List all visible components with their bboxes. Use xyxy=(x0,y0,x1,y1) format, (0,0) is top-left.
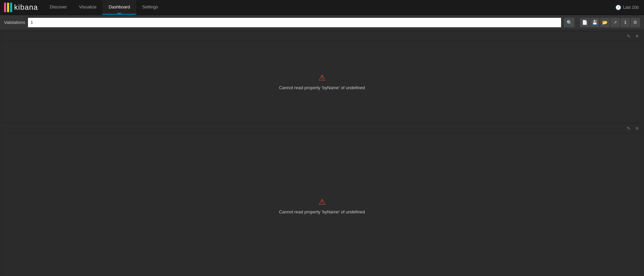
top-nav: kibana Discover Visualize Dashboard Sett… xyxy=(0,0,644,15)
search-bar: Validations 🔍 📄 💾 📂 ↗ ℹ ⚙ xyxy=(0,15,644,30)
panel-1-content: ⚠ Cannot read property 'byName' of undef… xyxy=(2,41,642,122)
nav-settings[interactable]: Settings xyxy=(136,0,164,15)
nav-links: Discover Visualize Dashboard Settings xyxy=(44,0,164,15)
panel-2-toolbar: ✎ ✕ xyxy=(2,124,642,133)
time-label[interactable]: Last 10d xyxy=(623,5,639,10)
panel-1-edit-button[interactable]: ✎ xyxy=(625,33,632,39)
save-dashboard-button[interactable]: 💾 xyxy=(590,18,600,27)
gear-icon: ⚙ xyxy=(633,20,637,25)
search-icon: 🔍 xyxy=(566,20,572,25)
new-icon: 📄 xyxy=(582,20,587,25)
share-dashboard-button[interactable]: ↗ xyxy=(610,18,620,27)
panel-1-error-text: Cannot read property 'byName' of undefin… xyxy=(279,85,365,90)
panel-2-error-icon: ⚠ xyxy=(318,197,326,207)
panel-2-content: ⚠ Cannot read property 'byName' of undef… xyxy=(2,133,642,276)
search-button[interactable]: 🔍 xyxy=(564,18,575,27)
info-icon: ℹ xyxy=(624,20,626,25)
panel-1-close-button[interactable]: ✕ xyxy=(634,33,640,39)
panel-1-toolbar: ✎ ✕ xyxy=(2,32,642,41)
panel-2-close-button[interactable]: ✕ xyxy=(634,125,640,132)
logo: kibana xyxy=(0,0,44,15)
logo-bar-teal xyxy=(10,3,12,12)
logo-text: kibana xyxy=(14,3,38,12)
logo-bar-pink xyxy=(4,3,6,12)
info-button[interactable]: ℹ xyxy=(620,18,630,27)
logo-bars xyxy=(4,3,12,12)
dashboard-title: Validations xyxy=(4,20,25,25)
panel-1-error-icon: ⚠ xyxy=(318,73,326,82)
open-dashboard-button[interactable]: 📂 xyxy=(600,18,610,27)
nav-dashboard[interactable]: Dashboard xyxy=(102,0,136,15)
panels-container: ✎ ✕ ⚠ Cannot read property 'byName' of u… xyxy=(0,31,644,276)
search-input[interactable] xyxy=(28,18,561,27)
clock-icon: 🕐 xyxy=(615,5,621,10)
new-dashboard-button[interactable]: 📄 xyxy=(580,18,589,27)
share-icon: ↗ xyxy=(613,20,617,25)
logo-bar-yellow xyxy=(7,3,9,12)
open-icon: 📂 xyxy=(602,20,608,25)
toolbar-icons: 📄 💾 📂 ↗ ℹ ⚙ xyxy=(580,18,640,27)
nav-discover[interactable]: Discover xyxy=(44,0,73,15)
panel-2-edit-button[interactable]: ✎ xyxy=(625,125,632,132)
panel-1: ✎ ✕ ⚠ Cannot read property 'byName' of u… xyxy=(1,31,643,122)
panel-2-error-text: Cannot read property 'byName' of undefin… xyxy=(279,209,365,214)
nav-right: 🕐 Last 10d xyxy=(615,0,644,15)
settings-button[interactable]: ⚙ xyxy=(631,18,640,27)
nav-visualize[interactable]: Visualize xyxy=(73,0,103,15)
panel-2: ✎ ✕ ⚠ Cannot read property 'byName' of u… xyxy=(1,124,643,276)
save-icon: 💾 xyxy=(592,20,597,25)
